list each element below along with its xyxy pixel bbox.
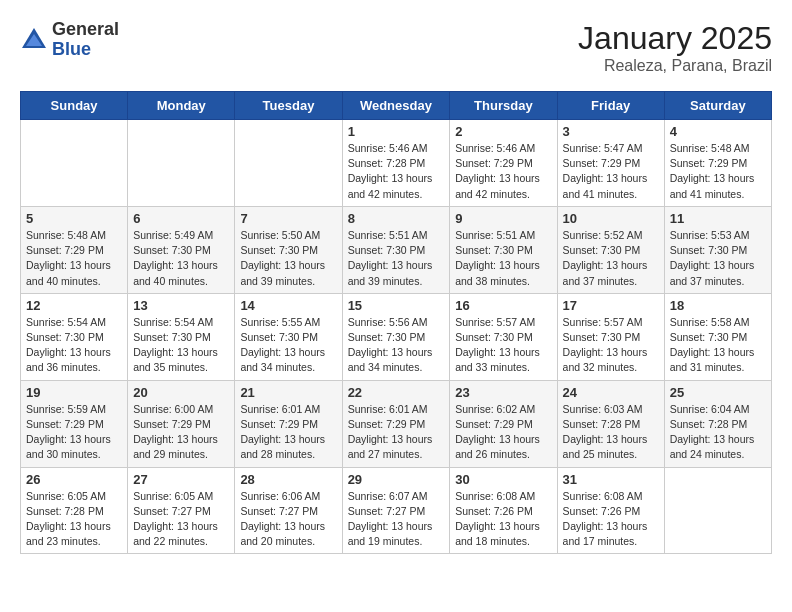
day-number: 18 <box>670 298 766 313</box>
calendar-table: SundayMondayTuesdayWednesdayThursdayFrid… <box>20 91 772 554</box>
day-number: 24 <box>563 385 659 400</box>
day-number: 9 <box>455 211 551 226</box>
day-header-friday: Friday <box>557 92 664 120</box>
day-info: Sunrise: 5:53 AM Sunset: 7:30 PM Dayligh… <box>670 228 766 289</box>
day-number: 12 <box>26 298 122 313</box>
day-info: Sunrise: 5:47 AM Sunset: 7:29 PM Dayligh… <box>563 141 659 202</box>
day-number: 26 <box>26 472 122 487</box>
calendar-cell: 31Sunrise: 6:08 AM Sunset: 7:26 PM Dayli… <box>557 467 664 554</box>
calendar-cell: 25Sunrise: 6:04 AM Sunset: 7:28 PM Dayli… <box>664 380 771 467</box>
calendar-cell: 10Sunrise: 5:52 AM Sunset: 7:30 PM Dayli… <box>557 206 664 293</box>
calendar-cell: 11Sunrise: 5:53 AM Sunset: 7:30 PM Dayli… <box>664 206 771 293</box>
day-info: Sunrise: 6:05 AM Sunset: 7:27 PM Dayligh… <box>133 489 229 550</box>
day-header-monday: Monday <box>128 92 235 120</box>
day-info: Sunrise: 5:49 AM Sunset: 7:30 PM Dayligh… <box>133 228 229 289</box>
days-header-row: SundayMondayTuesdayWednesdayThursdayFrid… <box>21 92 772 120</box>
day-header-saturday: Saturday <box>664 92 771 120</box>
calendar-cell: 21Sunrise: 6:01 AM Sunset: 7:29 PM Dayli… <box>235 380 342 467</box>
day-number: 29 <box>348 472 445 487</box>
calendar-cell: 5Sunrise: 5:48 AM Sunset: 7:29 PM Daylig… <box>21 206 128 293</box>
month-title: January 2025 <box>578 20 772 57</box>
day-info: Sunrise: 5:52 AM Sunset: 7:30 PM Dayligh… <box>563 228 659 289</box>
day-header-thursday: Thursday <box>450 92 557 120</box>
day-info: Sunrise: 6:02 AM Sunset: 7:29 PM Dayligh… <box>455 402 551 463</box>
day-number: 27 <box>133 472 229 487</box>
day-info: Sunrise: 6:04 AM Sunset: 7:28 PM Dayligh… <box>670 402 766 463</box>
week-row-1: 1Sunrise: 5:46 AM Sunset: 7:28 PM Daylig… <box>21 120 772 207</box>
day-number: 23 <box>455 385 551 400</box>
day-number: 5 <box>26 211 122 226</box>
week-row-4: 19Sunrise: 5:59 AM Sunset: 7:29 PM Dayli… <box>21 380 772 467</box>
calendar-cell: 23Sunrise: 6:02 AM Sunset: 7:29 PM Dayli… <box>450 380 557 467</box>
day-number: 13 <box>133 298 229 313</box>
day-number: 11 <box>670 211 766 226</box>
day-header-sunday: Sunday <box>21 92 128 120</box>
page: General Blue January 2025 Realeza, Paran… <box>0 0 792 574</box>
logo: General Blue <box>20 20 119 60</box>
day-info: Sunrise: 5:56 AM Sunset: 7:30 PM Dayligh… <box>348 315 445 376</box>
week-row-2: 5Sunrise: 5:48 AM Sunset: 7:29 PM Daylig… <box>21 206 772 293</box>
day-number: 3 <box>563 124 659 139</box>
calendar-cell: 18Sunrise: 5:58 AM Sunset: 7:30 PM Dayli… <box>664 293 771 380</box>
calendar-cell: 28Sunrise: 6:06 AM Sunset: 7:27 PM Dayli… <box>235 467 342 554</box>
day-number: 16 <box>455 298 551 313</box>
day-info: Sunrise: 5:48 AM Sunset: 7:29 PM Dayligh… <box>26 228 122 289</box>
location: Realeza, Parana, Brazil <box>578 57 772 75</box>
day-number: 22 <box>348 385 445 400</box>
week-row-3: 12Sunrise: 5:54 AM Sunset: 7:30 PM Dayli… <box>21 293 772 380</box>
day-info: Sunrise: 6:01 AM Sunset: 7:29 PM Dayligh… <box>240 402 336 463</box>
calendar-cell: 6Sunrise: 5:49 AM Sunset: 7:30 PM Daylig… <box>128 206 235 293</box>
title-block: January 2025 Realeza, Parana, Brazil <box>578 20 772 75</box>
calendar-cell: 1Sunrise: 5:46 AM Sunset: 7:28 PM Daylig… <box>342 120 450 207</box>
calendar-cell: 16Sunrise: 5:57 AM Sunset: 7:30 PM Dayli… <box>450 293 557 380</box>
day-info: Sunrise: 5:51 AM Sunset: 7:30 PM Dayligh… <box>348 228 445 289</box>
day-info: Sunrise: 6:03 AM Sunset: 7:28 PM Dayligh… <box>563 402 659 463</box>
day-info: Sunrise: 5:51 AM Sunset: 7:30 PM Dayligh… <box>455 228 551 289</box>
calendar-cell: 15Sunrise: 5:56 AM Sunset: 7:30 PM Dayli… <box>342 293 450 380</box>
day-info: Sunrise: 5:54 AM Sunset: 7:30 PM Dayligh… <box>133 315 229 376</box>
calendar-cell: 22Sunrise: 6:01 AM Sunset: 7:29 PM Dayli… <box>342 380 450 467</box>
day-number: 31 <box>563 472 659 487</box>
day-info: Sunrise: 6:05 AM Sunset: 7:28 PM Dayligh… <box>26 489 122 550</box>
day-number: 19 <box>26 385 122 400</box>
day-info: Sunrise: 5:57 AM Sunset: 7:30 PM Dayligh… <box>455 315 551 376</box>
day-number: 8 <box>348 211 445 226</box>
day-number: 28 <box>240 472 336 487</box>
calendar-cell: 2Sunrise: 5:46 AM Sunset: 7:29 PM Daylig… <box>450 120 557 207</box>
day-number: 6 <box>133 211 229 226</box>
day-number: 25 <box>670 385 766 400</box>
calendar-cell <box>128 120 235 207</box>
day-info: Sunrise: 6:06 AM Sunset: 7:27 PM Dayligh… <box>240 489 336 550</box>
calendar-cell <box>664 467 771 554</box>
day-info: Sunrise: 6:07 AM Sunset: 7:27 PM Dayligh… <box>348 489 445 550</box>
day-number: 10 <box>563 211 659 226</box>
day-number: 15 <box>348 298 445 313</box>
calendar-cell: 30Sunrise: 6:08 AM Sunset: 7:26 PM Dayli… <box>450 467 557 554</box>
day-info: Sunrise: 5:54 AM Sunset: 7:30 PM Dayligh… <box>26 315 122 376</box>
day-info: Sunrise: 5:59 AM Sunset: 7:29 PM Dayligh… <box>26 402 122 463</box>
logo-icon <box>20 26 48 54</box>
day-info: Sunrise: 5:46 AM Sunset: 7:29 PM Dayligh… <box>455 141 551 202</box>
day-info: Sunrise: 6:00 AM Sunset: 7:29 PM Dayligh… <box>133 402 229 463</box>
calendar-cell: 19Sunrise: 5:59 AM Sunset: 7:29 PM Dayli… <box>21 380 128 467</box>
day-info: Sunrise: 5:58 AM Sunset: 7:30 PM Dayligh… <box>670 315 766 376</box>
calendar-cell: 29Sunrise: 6:07 AM Sunset: 7:27 PM Dayli… <box>342 467 450 554</box>
day-info: Sunrise: 6:08 AM Sunset: 7:26 PM Dayligh… <box>455 489 551 550</box>
day-number: 1 <box>348 124 445 139</box>
day-info: Sunrise: 6:08 AM Sunset: 7:26 PM Dayligh… <box>563 489 659 550</box>
day-info: Sunrise: 6:01 AM Sunset: 7:29 PM Dayligh… <box>348 402 445 463</box>
day-number: 14 <box>240 298 336 313</box>
day-info: Sunrise: 5:46 AM Sunset: 7:28 PM Dayligh… <box>348 141 445 202</box>
logo-text: General Blue <box>52 20 119 60</box>
calendar-cell: 3Sunrise: 5:47 AM Sunset: 7:29 PM Daylig… <box>557 120 664 207</box>
day-number: 4 <box>670 124 766 139</box>
day-number: 30 <box>455 472 551 487</box>
header: General Blue January 2025 Realeza, Paran… <box>20 20 772 75</box>
day-number: 7 <box>240 211 336 226</box>
calendar-cell: 7Sunrise: 5:50 AM Sunset: 7:30 PM Daylig… <box>235 206 342 293</box>
calendar-cell: 8Sunrise: 5:51 AM Sunset: 7:30 PM Daylig… <box>342 206 450 293</box>
calendar-cell: 26Sunrise: 6:05 AM Sunset: 7:28 PM Dayli… <box>21 467 128 554</box>
calendar-cell <box>21 120 128 207</box>
day-number: 20 <box>133 385 229 400</box>
calendar-cell: 9Sunrise: 5:51 AM Sunset: 7:30 PM Daylig… <box>450 206 557 293</box>
